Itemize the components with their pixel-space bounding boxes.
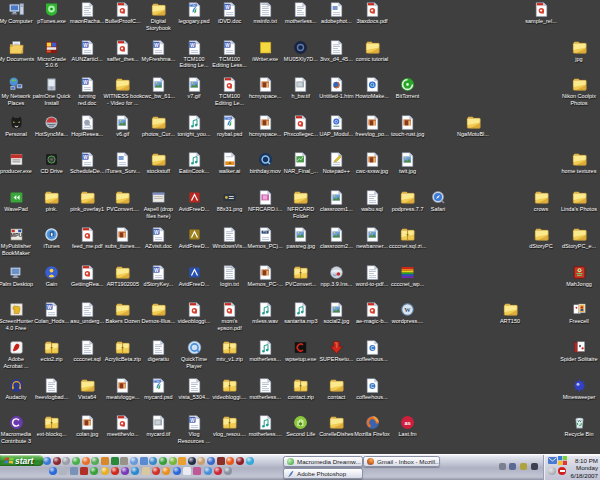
svg-text:W: W [47,305,52,310]
svg-text:W: W [190,42,195,47]
svg-text:MPU: MPU [10,232,22,238]
svg-text:PSD: PSD [154,379,160,383]
svg-text:W: W [404,306,411,313]
svg-text:W: W [154,42,159,47]
svg-text:PSD: PSD [225,116,231,120]
svg-text:W: W [154,267,159,272]
svg-text:W: W [225,42,230,47]
svg-text:PSD: PSD [190,3,196,7]
svg-text:W: W [83,80,88,85]
svg-text:PIV: PIV [263,230,267,234]
svg-text:ai: ai [229,162,232,166]
svg-text:W: W [154,230,159,235]
svg-text:as: as [404,420,410,426]
svg-text:W: W [225,5,230,10]
svg-text:W: W [83,42,88,47]
svg-text:W: W [190,418,195,423]
svg-text:W: W [83,155,88,160]
